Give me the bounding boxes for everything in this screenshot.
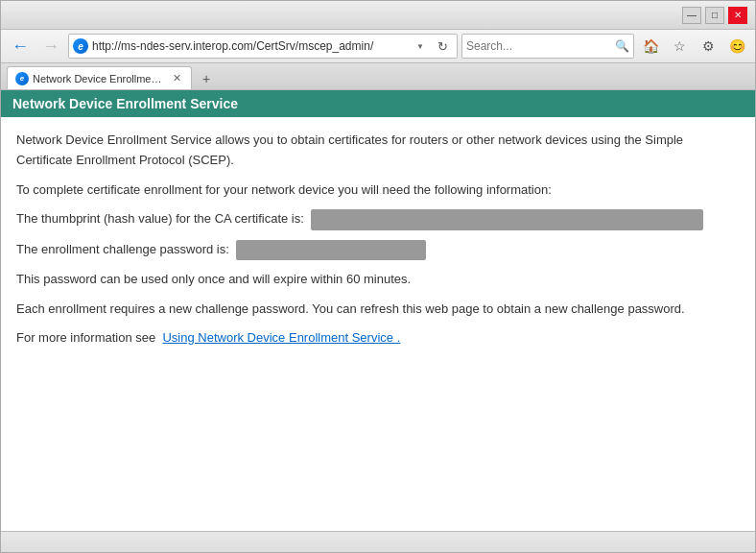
minimize-button[interactable]: — [682, 7, 701, 24]
expiry-paragraph: This password can be used only once and … [16, 270, 740, 290]
address-bar[interactable]: e ▼ ↻ [68, 34, 458, 59]
intro-paragraph: Network Device Enrollment Service allows… [16, 131, 740, 171]
tab-close-button[interactable]: ✕ [171, 71, 183, 85]
home-button[interactable]: 🏠 [638, 34, 663, 59]
address-input[interactable] [92, 39, 409, 53]
thumbprint-value: ██████ ██ ██ ███ ██████ ██ █████████ ███… [311, 209, 703, 229]
refresh-paragraph: Each enrollment requires a new challenge… [16, 300, 740, 320]
complete-paragraph: To complete certificate enrollment for y… [16, 180, 740, 201]
ie-icon: e [73, 38, 88, 54]
more-info-paragraph: For more information see Using Network D… [16, 328, 740, 349]
active-tab[interactable]: e Network Device Enrollment... ✕ [7, 66, 192, 89]
thumbprint-paragraph: The thumbprint (hash value) for the CA c… [16, 209, 740, 229]
tab-bar: e Network Device Enrollment... ✕ + [1, 63, 755, 90]
thumbprint-label: The thumbprint (hash value) for the CA c… [16, 211, 304, 226]
search-input[interactable] [466, 39, 610, 53]
settings-button[interactable]: ⚙ [696, 34, 721, 59]
search-button[interactable]: 🔍 [614, 38, 629, 54]
title-bar: — □ ✕ [1, 1, 755, 30]
close-button[interactable]: ✕ [728, 7, 747, 24]
ndes-page-body: Network Device Enrollment Service allows… [1, 117, 755, 372]
search-bar[interactable]: 🔍 [461, 34, 634, 59]
feedback-button[interactable]: 😊 [724, 34, 749, 59]
ndes-help-link[interactable]: Using Network Device Enrollment Service … [162, 330, 400, 345]
forward-button[interactable]: → [37, 34, 64, 59]
window-controls: — □ ✕ [682, 7, 747, 24]
more-info-label: For more information see [16, 330, 155, 345]
address-dropdown-button[interactable]: ▼ [413, 38, 428, 54]
tab-favicon: e [15, 72, 29, 85]
page-content: Network Device Enrollment Service Networ… [1, 90, 755, 531]
password-value: ████████████████████ [236, 240, 426, 260]
status-bar [1, 531, 755, 552]
password-paragraph: The enrollment challenge password is: ██… [16, 240, 740, 260]
new-tab-button[interactable]: + [196, 68, 217, 89]
favorites-button[interactable]: ☆ [667, 34, 692, 59]
browser-window: — □ ✕ ← → e ▼ ↻ 🔍 🏠 ☆ ⚙ 😊 e Network Devi… [0, 0, 756, 553]
refresh-button[interactable]: ↻ [432, 36, 453, 57]
maximize-button[interactable]: □ [705, 7, 724, 24]
back-button[interactable]: ← [7, 34, 34, 59]
browser-toolbar: ← → e ▼ ↻ 🔍 🏠 ☆ ⚙ 😊 [1, 30, 755, 63]
tab-label: Network Device Enrollment... [33, 73, 167, 84]
ndes-page-header: Network Device Enrollment Service [1, 90, 755, 117]
password-label: The enrollment challenge password is: [16, 242, 229, 256]
